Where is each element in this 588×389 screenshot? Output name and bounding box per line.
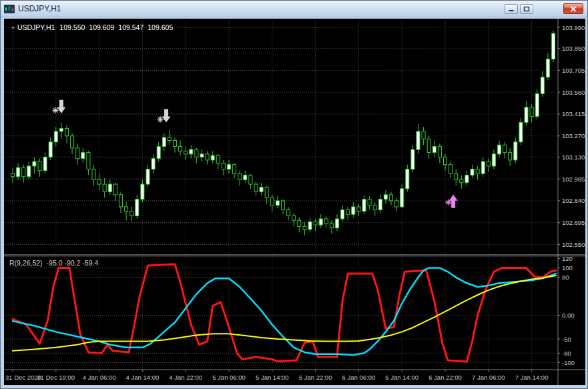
title-bar[interactable]: USDJPY,H1 [1,1,587,17]
symbol-marker-icon: ▼ [11,25,15,30]
svg-text:102.985: 102.985 [562,175,585,183]
svg-text:4 Jan 14:00: 4 Jan 14:00 [126,374,160,381]
minimize-icon [508,6,515,12]
svg-text:0.00: 0.00 [562,312,575,319]
svg-text:120: 120 [562,255,573,262]
indicator-values: -95.0 -90.2 -59.4 [47,259,99,267]
svg-text:4 Jan 06:00: 4 Jan 06:00 [83,374,116,381]
svg-text:102.695: 102.695 [562,219,585,226]
chart-canvas[interactable]: 31 Dec 202031 Dec 19:004 Jan 06:004 Jan … [4,19,585,385]
svg-text:103.130: 103.130 [562,153,585,161]
svg-text:31 Dec 2020: 31 Dec 2020 [5,374,41,381]
svg-text:102.840: 102.840 [562,197,585,204]
close-button[interactable] [563,3,583,14]
svg-text:-80: -80 [562,350,571,357]
quote-close: 109.605 [148,23,173,31]
svg-text:31 Dec 19:00: 31 Dec 19:00 [37,374,75,381]
svg-text:100: 100 [562,264,573,272]
chart-background [4,19,585,385]
svg-text:5 Jan 22:00: 5 Jan 22:00 [299,374,332,381]
svg-text:6 Jan 06:00: 6 Jan 06:00 [342,374,376,381]
svg-text:-100: -100 [562,359,575,366]
maximize-button[interactable] [520,4,533,14]
minimize-button[interactable] [505,4,518,14]
svg-text:103.850: 103.850 [562,45,585,52]
svg-text:6 Jan 14:00: 6 Jan 14:00 [385,374,418,381]
mt4-chart-window: USDJPY,H1 31 Dec 202031 Dec 19:004 Jan 0… [0,0,588,389]
svg-text:103.560: 103.560 [562,89,585,96]
svg-text:7 Jan 14:00: 7 Jan 14:00 [515,374,549,381]
quote-low: 109.547 [118,23,143,31]
svg-text:6 Jan 22:00: 6 Jan 22:00 [428,374,462,381]
maximize-icon [523,6,530,12]
svg-text:102.550: 102.550 [562,241,585,248]
svg-text:103.990: 103.990 [562,24,585,31]
svg-text:7 Jan 06:00: 7 Jan 06:00 [472,374,505,381]
svg-text:103.705: 103.705 [562,67,585,74]
svg-text:4 Jan 22:00: 4 Jan 22:00 [169,374,202,381]
quote-open: 109.550 [59,23,85,31]
candlestick-chart-icon [4,5,15,13]
svg-text:103.415: 103.415 [562,110,585,117]
svg-text:80: 80 [562,274,569,281]
quote-symbol: USDJPY,H1 [17,23,55,31]
svg-text:103.270: 103.270 [562,132,585,139]
quote-high: 109.609 [89,23,114,31]
indicator-label: R(9,26,52)-95.0 -90.2 -59.4 [9,259,102,267]
window-controls [505,3,583,14]
svg-text:-50: -50 [562,336,571,343]
close-icon [570,6,577,12]
svg-text:5 Jan 06:00: 5 Jan 06:00 [212,374,246,381]
indicator-name: R(9,26,52) [9,259,43,267]
chart-panel: 31 Dec 202031 Dec 19:004 Jan 06:004 Jan … [4,19,585,385]
window-title: USDJPY,H1 [18,4,61,13]
ohlc-readout: ▼USDJPY,H1109.550109.609109.547109.605 [11,23,177,31]
svg-text:5 Jan 14:00: 5 Jan 14:00 [256,374,289,381]
